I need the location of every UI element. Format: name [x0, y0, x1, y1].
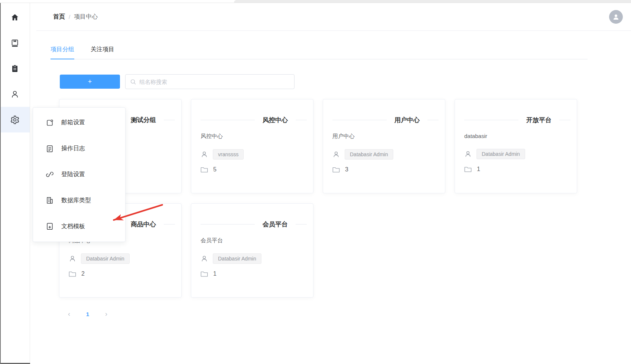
group-card[interactable]: 会员平台 会员平台 Databasir Admin 1 [191, 203, 313, 298]
avatar[interactable] [609, 10, 623, 24]
divider-line [464, 120, 518, 120]
divider-line [164, 120, 175, 120]
toolbar: + [60, 74, 631, 89]
clipboard-icon [10, 64, 19, 73]
pagination-prev[interactable]: ‹ [65, 310, 73, 318]
owner-tag: Databasir Admin [213, 253, 261, 264]
search-input[interactable] [139, 79, 290, 85]
doc-template-icon [46, 222, 54, 230]
home-icon [10, 13, 19, 22]
card-title-divider: 风控中心 [201, 116, 307, 124]
group-description: 用户中心 [332, 133, 355, 139]
email-settings-icon [46, 119, 54, 127]
browser-top-strip-right [234, 0, 631, 3]
pagination-next[interactable]: › [102, 310, 110, 318]
folder-icon [464, 166, 472, 173]
folder-icon [69, 271, 76, 277]
divider-line [201, 120, 255, 120]
pagination: ‹ 1 › [65, 310, 631, 318]
sidebar-item-home[interactable] [0, 4, 30, 30]
project-count-row: 1 [464, 165, 570, 173]
divider-line [559, 120, 570, 120]
divider-line [296, 224, 307, 224]
database-type-icon [46, 196, 54, 204]
breadcrumb-current: 项目中心 [74, 13, 98, 21]
search-box [125, 74, 295, 89]
gear-icon [10, 115, 20, 125]
project-count: 1 [477, 166, 480, 173]
group-card[interactable]: 风控中心 风控中心 vranssss 5 [191, 99, 313, 193]
card-title-divider: 开放平台 [464, 116, 570, 124]
group-description-row: 会员平台 [201, 237, 307, 244]
folder-icon [332, 167, 340, 173]
menu-item-doc-template[interactable]: 文档模板 [33, 213, 125, 239]
divider-line [296, 120, 307, 120]
card-title-divider: 会员平台 [201, 220, 307, 229]
header: 首页 / 项目中心 [36, 3, 631, 31]
project-count-row: 5 [201, 166, 307, 173]
tab-bar: 项目分组 关注项目 [51, 42, 588, 59]
group-description-row: 风控中心 [201, 133, 307, 140]
owner-tag: Databasir Admin [345, 149, 393, 160]
sidebar-item-settings[interactable] [0, 107, 30, 132]
folder-icon [201, 271, 208, 277]
project-count: 2 [81, 270, 85, 277]
group-card[interactable]: 开放平台 databasir Databasir Admin 1 [455, 99, 577, 193]
menu-item-label: 操作日志 [61, 145, 85, 153]
group-card-grid: 测试分组 风控中心 风控中心 vranssss [59, 99, 631, 298]
group-owner-row: Databasir Admin [332, 149, 439, 160]
menu-item-operation-log[interactable]: 操作日志 [33, 136, 125, 162]
book-icon [10, 39, 19, 47]
settings-menu: 邮箱设置 操作日志 登陆设置 数据库类型 [33, 107, 126, 242]
person-icon [332, 151, 340, 158]
person-icon [464, 150, 472, 158]
menu-item-label: 登陆设置 [61, 171, 85, 178]
sidebar-item-user[interactable] [0, 81, 30, 107]
group-description-row: 用户中心 [332, 133, 439, 140]
group-title: 测试分组 [131, 116, 156, 124]
user-icon [612, 13, 620, 21]
divider-line [427, 120, 439, 120]
project-count: 1 [213, 270, 217, 277]
menu-item-database-type[interactable]: 数据库类型 [33, 187, 125, 213]
menu-item-email-settings[interactable]: 邮箱设置 [33, 110, 125, 136]
project-count-row: 3 [332, 166, 439, 173]
group-title: 风控中心 [263, 116, 288, 124]
tab-followed-projects[interactable]: 关注项目 [91, 42, 114, 59]
person-icon [69, 255, 76, 262]
group-description-row: databasir [464, 133, 570, 140]
menu-item-label: 邮箱设置 [61, 119, 85, 127]
divider-line [201, 224, 255, 224]
pagination-current-page[interactable]: 1 [84, 311, 92, 317]
menu-item-login-settings[interactable]: 登陆设置 [33, 162, 125, 188]
group-description: databasir [464, 133, 487, 139]
project-count: 3 [345, 166, 348, 173]
add-group-button[interactable]: + [60, 75, 120, 89]
tab-project-groups[interactable]: 项目分组 [51, 42, 74, 59]
user-icon [10, 90, 19, 99]
divider-line [332, 120, 387, 120]
group-owner-row: Databasir Admin [464, 149, 570, 159]
group-title: 开放平台 [526, 116, 552, 124]
owner-tag: Databasir Admin [81, 253, 130, 264]
menu-item-label: 文档模板 [61, 223, 85, 230]
group-owner-row: Databasir Admin [201, 253, 307, 264]
owner-tag: Databasir Admin [476, 149, 525, 159]
group-title: 商品中心 [131, 220, 156, 229]
breadcrumb-home[interactable]: 首页 [53, 13, 65, 21]
sidebar-item-projects[interactable] [0, 56, 30, 81]
person-icon [201, 151, 208, 158]
sidebar-item-docs[interactable] [0, 30, 30, 56]
group-card[interactable]: 用户中心 用户中心 Databasir Admin 3 [323, 99, 445, 193]
group-title: 会员平台 [263, 220, 288, 229]
group-description: 风控中心 [201, 133, 223, 139]
left-edge-strip [0, 3, 1, 364]
breadcrumb-separator: / [69, 14, 70, 20]
project-count: 5 [213, 166, 217, 173]
person-icon [201, 255, 208, 262]
browser-top-strip [0, 0, 631, 3]
login-settings-icon [46, 170, 54, 178]
group-owner-row: Databasir Admin [69, 253, 175, 264]
operation-log-icon [46, 145, 54, 153]
owner-tag: vranssss [213, 149, 244, 160]
